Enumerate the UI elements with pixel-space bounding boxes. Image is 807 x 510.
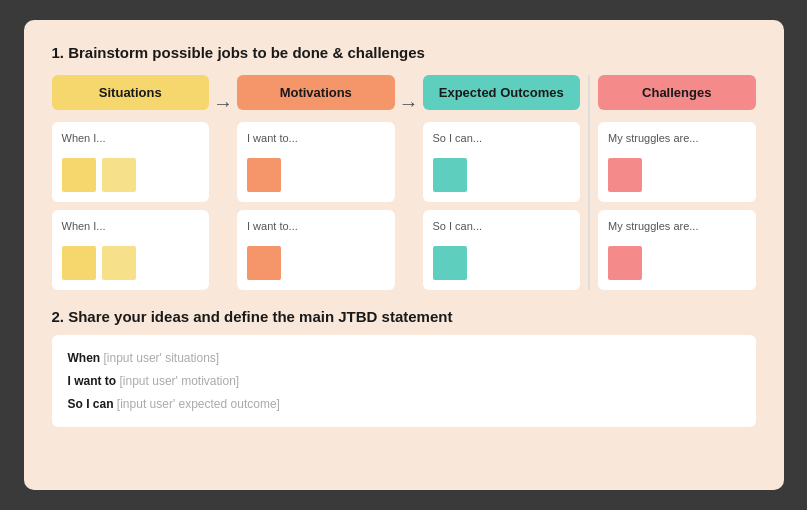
challenges-stickies-1 — [608, 158, 746, 192]
section1-title: 1. Brainstorm possible jobs to be done &… — [52, 44, 756, 61]
challenges-card-1-label: My struggles are... — [608, 132, 746, 144]
sticky-pink-2 — [608, 246, 642, 280]
column-outcomes: Expected Outcomes So I can... So I can..… — [423, 75, 581, 290]
statement-when-line: When [input user' situations] — [68, 347, 740, 370]
statement-want-line: I want to [input user' motivation] — [68, 370, 740, 393]
arrow-icon-1: → — [213, 93, 233, 113]
arrow-col-1: → — [209, 75, 237, 113]
sticky-orange-2 — [247, 246, 281, 280]
sticky-yellow-1 — [62, 158, 96, 192]
column-challenges: Challenges My struggles are... My strugg… — [598, 75, 756, 290]
situations-header: Situations — [52, 75, 210, 110]
sticky-yellow-4 — [102, 246, 136, 280]
motivations-stickies-2 — [247, 246, 385, 280]
can-placeholder: [input user' expected outcome] — [117, 397, 280, 411]
statement-box: When [input user' situations] I want to … — [52, 335, 756, 427]
when-keyword: When — [68, 351, 101, 365]
challenges-card-2: My struggles are... — [598, 210, 756, 290]
sticky-yellow-3 — [62, 246, 96, 280]
outcomes-header: Expected Outcomes — [423, 75, 581, 110]
motivations-card-2-label: I want to... — [247, 220, 385, 232]
motivations-card-2: I want to... — [237, 210, 395, 290]
section2-title: 2. Share your ideas and define the main … — [52, 308, 756, 325]
statement-can-line: So I can [input user' expected outcome] — [68, 393, 740, 416]
outcomes-card-2: So I can... — [423, 210, 581, 290]
column-motivations: Motivations I want to... I want to... — [237, 75, 395, 290]
sticky-pink-1 — [608, 158, 642, 192]
sticky-teal-1 — [433, 158, 467, 192]
situations-card-1-label: When I... — [62, 132, 200, 144]
situations-stickies-2 — [62, 246, 200, 280]
motivations-card-1-label: I want to... — [247, 132, 385, 144]
situations-card-2: When I... — [52, 210, 210, 290]
column-situations: Situations When I... When I... — [52, 75, 210, 290]
sticky-yellow-2 — [102, 158, 136, 192]
outcomes-card-2-label: So I can... — [433, 220, 571, 232]
can-keyword: So I can — [68, 397, 114, 411]
challenges-card-2-label: My struggles are... — [608, 220, 746, 232]
motivations-header: Motivations — [237, 75, 395, 110]
motivations-stickies-1 — [247, 158, 385, 192]
outcomes-card-1-label: So I can... — [433, 132, 571, 144]
arrow-icon-2: → — [399, 93, 419, 113]
situations-stickies-1 — [62, 158, 200, 192]
sticky-teal-2 — [433, 246, 467, 280]
outcomes-stickies-1 — [433, 158, 571, 192]
challenges-card-1: My struggles are... — [598, 122, 756, 202]
main-canvas: 1. Brainstorm possible jobs to be done &… — [24, 20, 784, 490]
challenges-stickies-2 — [608, 246, 746, 280]
sticky-orange-1 — [247, 158, 281, 192]
challenges-header: Challenges — [598, 75, 756, 110]
want-keyword: I want to — [68, 374, 117, 388]
when-placeholder: [input user' situations] — [104, 351, 220, 365]
outcomes-card-1: So I can... — [423, 122, 581, 202]
want-placeholder: [input user' motivation] — [120, 374, 240, 388]
situations-card-2-label: When I... — [62, 220, 200, 232]
outcomes-stickies-2 — [433, 246, 571, 280]
columns-area: Situations When I... When I... → — [52, 75, 756, 290]
motivations-card-1: I want to... — [237, 122, 395, 202]
column-divider — [588, 75, 590, 290]
arrow-col-2: → — [395, 75, 423, 113]
situations-card-1: When I... — [52, 122, 210, 202]
